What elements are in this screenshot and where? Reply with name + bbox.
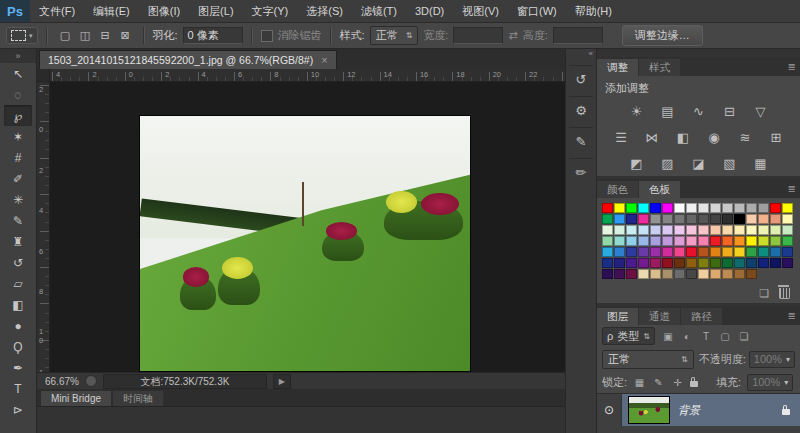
panel-menu-icon[interactable]: ≣: [788, 310, 796, 321]
menu-item[interactable]: 3D(D): [406, 0, 453, 22]
opacity-value[interactable]: 100% ▾: [749, 351, 795, 368]
color-swatch[interactable]: [698, 247, 709, 257]
color-swatch[interactable]: [746, 203, 757, 213]
color-swatch[interactable]: [602, 258, 613, 268]
visibility-eye-icon[interactable]: ⊙: [597, 394, 622, 426]
color-swatch[interactable]: [746, 225, 757, 235]
color-swatch[interactable]: [650, 225, 661, 235]
filter-type-icon[interactable]: T: [698, 328, 714, 344]
brush-panel-icon[interactable]: ✎: [569, 127, 593, 154]
tab-styles[interactable]: 样式: [639, 59, 680, 76]
color-swatch[interactable]: [770, 258, 781, 268]
color-swatch[interactable]: [614, 258, 625, 268]
color-swatch[interactable]: [734, 203, 745, 213]
gradient-map-icon[interactable]: ▧: [721, 156, 739, 171]
color-swatch[interactable]: [710, 203, 721, 213]
filter-shape-icon[interactable]: ▢: [717, 328, 733, 344]
selective-color-icon[interactable]: ▦: [752, 156, 770, 171]
filter-adjustment-icon[interactable]: ◐: [679, 328, 695, 344]
intersect-selection-button[interactable]: ⊠: [116, 27, 135, 45]
menu-item[interactable]: 文字(Y): [243, 0, 298, 22]
color-swatch[interactable]: [686, 236, 697, 246]
vibrance-icon[interactable]: ▽: [752, 104, 770, 119]
color-swatch[interactable]: [614, 247, 625, 257]
antialias-checkbox[interactable]: [261, 30, 273, 42]
lasso-tool[interactable]: ℘: [4, 105, 32, 126]
color-swatch[interactable]: [722, 214, 733, 224]
tab-paths[interactable]: 路径: [681, 308, 722, 325]
color-swatch[interactable]: [698, 236, 709, 246]
tab-adjustments[interactable]: 调整: [597, 59, 638, 76]
blend-mode-dropdown[interactable]: 正常 ⇅: [602, 350, 694, 369]
color-swatch[interactable]: [758, 247, 769, 257]
color-swatch[interactable]: [734, 214, 745, 224]
history-brush-tool[interactable]: ↺: [4, 252, 32, 273]
path-selection-tool[interactable]: ⊳: [4, 399, 32, 420]
color-swatch[interactable]: [710, 214, 721, 224]
color-swatch[interactable]: [650, 247, 661, 257]
color-swatch[interactable]: [782, 236, 793, 246]
move-tool[interactable]: ↖: [4, 63, 32, 84]
color-swatch[interactable]: [626, 236, 637, 246]
color-swatch[interactable]: [602, 214, 613, 224]
color-swatch[interactable]: [746, 258, 757, 268]
tab-timeline[interactable]: 时间轴: [113, 391, 163, 406]
color-swatch[interactable]: [770, 247, 781, 257]
color-swatch[interactable]: [782, 247, 793, 257]
color-swatch[interactable]: [722, 225, 733, 235]
layer-filter-kind-dropdown[interactable]: ρ 类型 ⇅: [602, 327, 655, 345]
color-swatch[interactable]: [722, 236, 733, 246]
tab-layers[interactable]: 图层: [597, 308, 638, 325]
brush-presets-panel-icon[interactable]: ✏: [569, 158, 593, 185]
color-swatch[interactable]: [698, 225, 709, 235]
eyedropper-tool[interactable]: ✐: [4, 168, 32, 189]
color-swatch[interactable]: [602, 203, 613, 213]
toolbar-collapse-button[interactable]: »: [0, 49, 36, 63]
eraser-tool[interactable]: ▱: [4, 273, 32, 294]
feather-input[interactable]: 0 像素: [183, 27, 243, 44]
color-swatch[interactable]: [602, 236, 613, 246]
invert-icon[interactable]: ◩: [628, 156, 646, 171]
pen-tool[interactable]: ✒: [4, 357, 32, 378]
spot-healing-brush-tool[interactable]: ✳: [4, 189, 32, 210]
color-swatch[interactable]: [650, 269, 661, 279]
color-swatch[interactable]: [662, 258, 673, 268]
color-swatch[interactable]: [770, 236, 781, 246]
color-swatch[interactable]: [674, 236, 685, 246]
subtract-selection-button[interactable]: ⊟: [96, 27, 115, 45]
color-swatch[interactable]: [662, 247, 673, 257]
color-swatch[interactable]: [638, 247, 649, 257]
color-swatch[interactable]: [710, 236, 721, 246]
color-swatch[interactable]: [758, 236, 769, 246]
color-swatch[interactable]: [662, 236, 673, 246]
menu-item[interactable]: 选择(S): [297, 0, 352, 22]
layer-thumbnail[interactable]: [628, 396, 670, 424]
color-swatch[interactable]: [698, 203, 709, 213]
color-swatch[interactable]: [674, 258, 685, 268]
color-swatch[interactable]: [686, 225, 697, 235]
color-swatch[interactable]: [734, 247, 745, 257]
levels-icon[interactable]: ▤: [659, 104, 677, 119]
color-swatch[interactable]: [638, 203, 649, 213]
menu-item[interactable]: 帮助(H): [566, 0, 621, 22]
menu-item[interactable]: 图像(I): [139, 0, 189, 22]
tab-swatches[interactable]: 色板: [639, 181, 680, 198]
tab-color[interactable]: 颜色: [597, 181, 638, 198]
color-swatch[interactable]: [782, 203, 793, 213]
color-swatch[interactable]: [722, 247, 733, 257]
color-swatch[interactable]: [698, 214, 709, 224]
crop-tool[interactable]: #: [4, 147, 32, 168]
filter-smart-icon[interactable]: ❏: [736, 328, 752, 344]
document-tab[interactable]: 1503_20141015121845592200_1.jpg @ 66.7%(…: [39, 50, 337, 69]
refine-edge-button[interactable]: 调整边缘…: [622, 25, 703, 46]
color-swatch[interactable]: [734, 258, 745, 268]
color-swatch[interactable]: [662, 203, 673, 213]
color-swatch[interactable]: [710, 247, 721, 257]
color-swatch[interactable]: [650, 214, 661, 224]
color-swatch[interactable]: [782, 258, 793, 268]
color-swatch[interactable]: [686, 247, 697, 257]
lock-position-icon[interactable]: ✛: [671, 377, 684, 388]
color-swatch[interactable]: [710, 269, 721, 279]
color-swatch[interactable]: [722, 258, 733, 268]
color-swatch[interactable]: [638, 269, 649, 279]
